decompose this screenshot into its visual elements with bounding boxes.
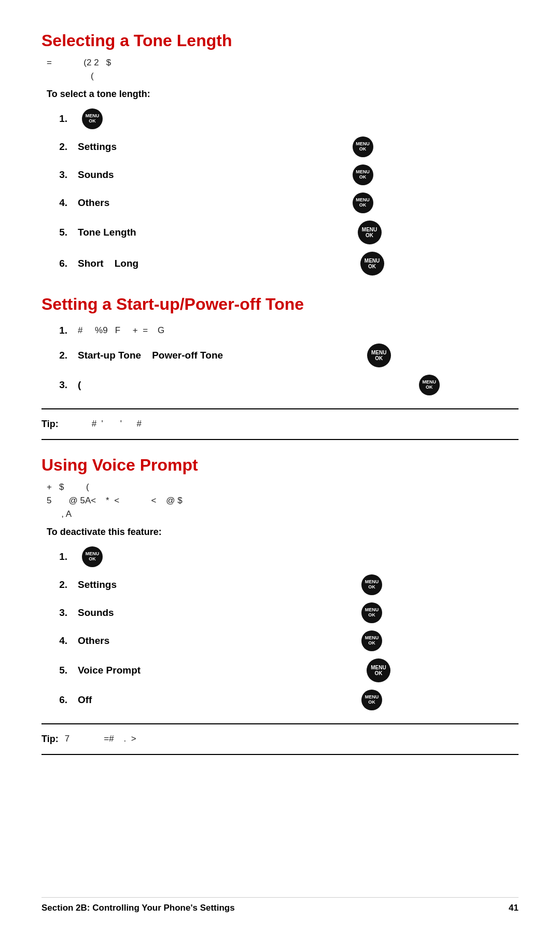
step-action: Voice Prompt xyxy=(73,655,352,686)
tip-label: Tip: xyxy=(41,419,59,430)
step-num: 5. xyxy=(41,217,73,248)
menu-ok-button[interactable]: MENUOK xyxy=(353,193,373,213)
voice-prompt-steps: 1. MENUOK 2. Settings MENUOK 3. Sounds M… xyxy=(41,543,519,714)
step-num: 3. xyxy=(41,161,73,189)
menu-ok-button[interactable]: MENUOK xyxy=(361,630,382,651)
menu-ok-button[interactable]: MENUOK xyxy=(353,164,373,185)
menu-ok-button[interactable]: MENUOK xyxy=(367,658,390,682)
tone-length-intro2: ( xyxy=(47,71,519,81)
step-action: Short Long xyxy=(73,248,343,279)
tip-content: # ' ' # xyxy=(65,419,142,429)
step-action: Settings xyxy=(73,571,352,599)
menu-ok-button[interactable]: MENUOK xyxy=(361,602,382,623)
tone-length-steps: 1. MENUOK 2. Settings MENUOK 3. Sounds M… xyxy=(41,105,519,279)
menu-ok-button[interactable]: MENUOK xyxy=(353,136,373,157)
table-row: 6. Short Long MENUOK xyxy=(41,248,519,279)
table-row: 4. Others MENUOK xyxy=(41,189,519,217)
divider xyxy=(41,754,519,755)
step-action: Settings xyxy=(73,133,343,161)
table-row: 1. MENUOK xyxy=(41,105,519,133)
divider xyxy=(41,439,519,440)
step-desc: # %9 F + = G xyxy=(73,321,519,340)
step-action: MENUOK xyxy=(73,105,343,133)
step-action: MENUOK xyxy=(73,543,352,571)
voice-prompt-intro2: 5 @ 5A< * < < @ $ xyxy=(47,496,519,506)
step-num: 6. xyxy=(41,248,73,279)
table-row: 1. # %9 F + = G xyxy=(41,321,519,340)
table-row: 3. Sounds MENUOK xyxy=(41,599,519,627)
voice-prompt-instruction: To deactivate this feature: xyxy=(47,527,519,538)
step-action: Tone Length xyxy=(73,217,343,248)
step-num: 3. xyxy=(41,371,73,399)
step-action: ( xyxy=(73,371,353,399)
table-row: 3. ( MENUOK xyxy=(41,371,519,399)
tip-row: Tip: # ' ' # xyxy=(41,415,519,434)
step-action: Others xyxy=(73,189,343,217)
table-row: 2. Start-up Tone Power-off Tone MENUOK xyxy=(41,340,519,371)
table-row: 4. Others MENUOK xyxy=(41,627,519,655)
section-title-voice-prompt: Using Voice Prompt xyxy=(41,456,519,475)
menu-ok-button[interactable]: MENUOK xyxy=(361,574,382,595)
voice-prompt-intro3: , A xyxy=(47,509,519,519)
menu-ok-button[interactable]: MENUOK xyxy=(361,690,382,710)
step-num: 3. xyxy=(41,599,73,627)
menu-ok-button[interactable]: MENUOK xyxy=(82,546,103,567)
menu-ok-button[interactable]: MENUOK xyxy=(419,375,440,395)
menu-ok-button[interactable]: MENUOK xyxy=(82,108,103,129)
step-action: Others xyxy=(73,627,352,655)
divider xyxy=(41,408,519,409)
voice-prompt-intro1: + $ ( xyxy=(47,482,519,492)
table-row: 2. Settings MENUOK xyxy=(41,571,519,599)
table-row: 3. Sounds MENUOK xyxy=(41,161,519,189)
table-row: 5. Voice Prompt MENUOK xyxy=(41,655,519,686)
step-num: 2. xyxy=(41,340,73,371)
step-num: 2. xyxy=(41,133,73,161)
step-num: 4. xyxy=(41,189,73,217)
step-num: 1. xyxy=(41,543,73,571)
tone-length-instruction: To select a tone length: xyxy=(47,89,519,100)
footer-right: 41 xyxy=(509,903,519,913)
step-num: 1. xyxy=(41,321,73,340)
step-action: Start-up Tone Power-off Tone xyxy=(73,340,353,371)
footer-left: Section 2B: Controlling Your Phone's Set… xyxy=(41,903,235,913)
table-row: 5. Tone Length MENUOK xyxy=(41,217,519,248)
step-num: 2. xyxy=(41,571,73,599)
menu-ok-button[interactable]: MENUOK xyxy=(358,221,382,244)
divider xyxy=(41,723,519,724)
tip-label: Tip: xyxy=(41,734,59,745)
step-num: 6. xyxy=(41,686,73,714)
startup-tone-steps: 1. # %9 F + = G 2. Start-up Tone Power-o… xyxy=(41,321,519,399)
table-row: 2. Settings MENUOK xyxy=(41,133,519,161)
table-row: 1. MENUOK xyxy=(41,543,519,571)
menu-ok-button[interactable]: MENUOK xyxy=(367,344,391,367)
section-title-startup-tone: Setting a Start-up/Power-off Tone xyxy=(41,295,519,314)
step-num: 4. xyxy=(41,627,73,655)
step-num: 5. xyxy=(41,655,73,686)
step-action: Off xyxy=(73,686,352,714)
page-footer: Section 2B: Controlling Your Phone's Set… xyxy=(41,897,519,913)
section-title-tone-length: Selecting a Tone Length xyxy=(41,31,519,50)
tip-content: 7 =# . > xyxy=(65,734,136,744)
tip-row-2: Tip: 7 =# . > xyxy=(41,730,519,749)
step-action: Sounds xyxy=(73,161,343,189)
step-num: 1. xyxy=(41,105,73,133)
menu-ok-button[interactable]: MENUOK xyxy=(360,252,384,276)
step-action: Sounds xyxy=(73,599,352,627)
tone-length-intro: = (2 2 $ xyxy=(47,58,519,68)
table-row: 6. Off MENUOK xyxy=(41,686,519,714)
